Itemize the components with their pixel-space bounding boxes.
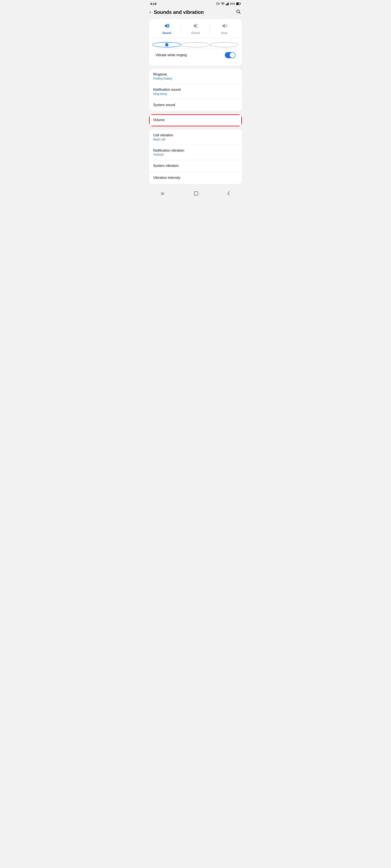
nav-home-button[interactable] [190,190,202,198]
vibrate-while-ringing-label: Vibrate while ringing [156,53,187,57]
system-sound-title: System sound [153,103,238,107]
svg-rect-9 [236,3,239,5]
mute-icon [221,23,227,30]
radio-vibrate[interactable] [181,42,210,48]
vibrate-while-ringing-toggle[interactable] [225,52,235,58]
svg-marker-20 [222,24,225,28]
toggle-knob [230,53,235,58]
ringtone-item[interactable]: Ringtone Finding Galaxy [149,69,242,84]
notification-sound-title: Notification sound [153,88,238,92]
page-header: ‹ Sounds and vibration [147,7,244,19]
call-vibration-item[interactable]: Call vibration Basic call [149,130,242,145]
page-title: Sounds and vibration [154,9,204,15]
system-vibration-item[interactable]: System vibration [149,160,242,172]
svg-marker-14 [194,24,196,28]
svg-line-19 [196,27,197,27]
svg-line-12 [239,12,241,14]
radio-sound-wrapper [152,42,181,48]
volume-item[interactable]: Volume [149,114,242,126]
svg-rect-26 [194,192,198,195]
svg-line-18 [196,24,197,25]
signal-icon [226,2,229,5]
radio-mute[interactable] [210,42,239,48]
svg-rect-5 [226,4,227,5]
vibrate-label: Vibrate [191,31,200,35]
notification-vibration-subtitle: Ticktock [153,153,238,156]
svg-rect-7 [228,2,229,5]
sound-label: Sound [162,31,171,35]
battery-icon [236,2,241,5]
volume-card: Volume [149,114,242,126]
back-button[interactable]: ‹ [149,9,152,16]
vibration-intensity-item[interactable]: Vibration intensity [149,172,242,184]
status-bar: 8:18 55% [147,0,244,7]
battery-percent: 55% [230,2,235,5]
vibration-intensity-title: Vibration intensity [153,176,238,180]
svg-rect-10 [240,3,241,4]
ringtone-title: Ringtone [153,72,238,76]
sound-mode-card: Sound Vibrate [149,19,242,65]
radio-row [152,41,239,49]
svg-rect-6 [227,3,228,5]
header-left: ‹ Sounds and vibration [149,9,204,16]
sound-icon [164,23,170,30]
ringtone-subtitle: Finding Galaxy [153,77,238,80]
system-vibration-title: System vibration [153,164,238,168]
notification-sound-item[interactable]: Notification sound Ding-Dong [149,84,242,99]
svg-line-16 [197,27,197,28]
svg-rect-4 [226,4,226,5]
mode-options: Sound Vibrate [152,23,239,38]
radio-mute-wrapper [210,42,239,48]
nav-bar [147,187,244,200]
mute-label: Mute [221,31,227,35]
mode-sound[interactable]: Sound [152,23,181,35]
svg-line-15 [197,24,197,25]
search-button[interactable] [236,9,241,15]
call-vibration-title: Call vibration [153,133,238,137]
radio-sound[interactable] [152,42,181,48]
wifi-icon [221,2,225,5]
mode-vibrate[interactable]: Vibrate [181,23,210,35]
volume-title: Volume [153,118,238,122]
notification-sound-subtitle: Ding-Dong [153,92,238,95]
mode-mute[interactable]: Mute [210,23,239,35]
nav-back-button[interactable] [223,190,234,198]
vibration-settings-list: Call vibration Basic call Notification v… [149,130,242,184]
sound-settings-list: Ringtone Finding Galaxy Notification sou… [149,69,242,111]
system-sound-item[interactable]: System sound [149,99,242,111]
status-time: 8:18 [150,2,157,5]
vibrate-while-ringing-row: Vibrate while ringing [152,49,239,61]
notification-vibration-title: Notification vibration [153,149,238,153]
status-icons: 55% [216,2,241,5]
notification-vibration-item[interactable]: Notification vibration Ticktock [149,145,242,160]
vibrate-icon [192,23,199,30]
call-vibration-subtitle: Basic call [153,138,238,141]
radio-vibrate-wrapper [181,42,210,48]
svg-point-0 [217,3,219,5]
key-icon [216,2,220,5]
svg-marker-13 [165,24,167,28]
nav-menu-button[interactable] [157,190,169,198]
